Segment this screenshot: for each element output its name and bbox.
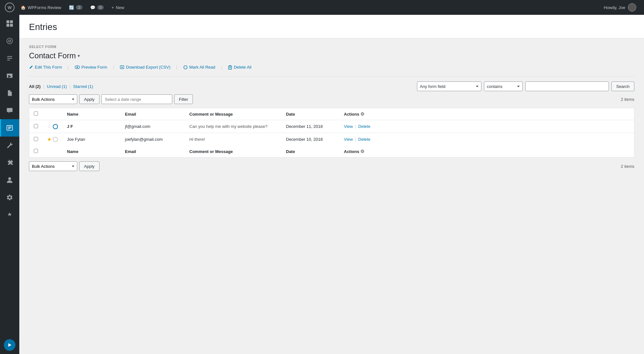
- comments-icon: 💬: [90, 5, 95, 10]
- tf-check: [29, 146, 43, 158]
- field-select[interactable]: Any form field: [417, 81, 481, 91]
- tab-all[interactable]: All (2): [29, 84, 41, 89]
- form-name[interactable]: Contact Form: [29, 51, 76, 60]
- tf-date[interactable]: Date: [281, 146, 339, 158]
- apply-button-top[interactable]: Apply: [79, 94, 99, 104]
- action-sep: |: [355, 124, 356, 129]
- date-range-input[interactable]: [101, 94, 172, 104]
- condition-select[interactable]: contains: [484, 81, 523, 91]
- sidebar-item-wpforms[interactable]: [0, 119, 19, 137]
- svg-rect-1: [10, 20, 13, 23]
- user-menu[interactable]: Howdy, Joe: [600, 0, 640, 15]
- svg-rect-17: [229, 66, 232, 69]
- preview-form-link[interactable]: Preview Form: [75, 65, 113, 70]
- sidebar-item-settings[interactable]: [0, 189, 19, 206]
- th-actions: Actions ⚙: [339, 108, 634, 120]
- tab-unread[interactable]: Unread (1): [47, 84, 67, 89]
- bulk-actions-select[interactable]: Bulk Actions: [29, 94, 77, 104]
- sidebar-item-tools[interactable]: [0, 137, 19, 154]
- sidebar-item-media[interactable]: [0, 67, 19, 84]
- sidebar-item-posts[interactable]: [0, 50, 19, 67]
- sidebar-item-appearance[interactable]: [0, 32, 19, 50]
- row-checkbox-cell: [29, 133, 43, 146]
- svg-rect-0: [6, 20, 9, 23]
- view-link[interactable]: View: [344, 137, 353, 142]
- export-link[interactable]: Download Export (CSV): [120, 65, 176, 70]
- select-all-checkbox[interactable]: [34, 111, 38, 116]
- wp-logo[interactable]: W: [4, 0, 15, 15]
- th-name: Name: [62, 108, 120, 120]
- tf-email: Email: [120, 146, 185, 158]
- tf-name: Name: [62, 146, 120, 158]
- row-name-cell: J F: [62, 120, 120, 133]
- th-date[interactable]: Date: [281, 108, 339, 120]
- row-star-read-cell: ☆: [43, 120, 62, 133]
- filter-button[interactable]: Filter: [174, 94, 193, 104]
- row-actions-cell: View | Delete: [339, 120, 634, 133]
- form-actions: Edit This Form | Preview Form | Download…: [29, 65, 634, 70]
- home-icon: 🏠: [21, 5, 26, 10]
- delete-all-link[interactable]: Delete All: [228, 65, 257, 70]
- action-sep: |: [355, 137, 356, 142]
- new-item[interactable]: + New: [108, 0, 128, 15]
- row-actions-cell: View | Delete: [339, 133, 634, 146]
- gear-icon-footer[interactable]: ⚙: [360, 149, 365, 154]
- content-area: SELECT FORM Contact Form ▾ Edit This For…: [19, 38, 644, 177]
- sidebar-item-users[interactable]: [0, 171, 19, 189]
- th-star-read: [43, 108, 62, 120]
- th-check: [29, 108, 43, 120]
- edit-form-link[interactable]: Edit This Form: [29, 65, 68, 70]
- row-checkbox[interactable]: [34, 137, 38, 141]
- sidebar-item-attr[interactable]: [0, 206, 19, 224]
- read-indicator[interactable]: [53, 137, 58, 142]
- svg-rect-3: [10, 24, 13, 27]
- delete-link[interactable]: Delete: [358, 137, 371, 142]
- sidebar-item-play[interactable]: [4, 339, 15, 351]
- form-selector: Contact Form ▾: [29, 51, 634, 60]
- delete-link[interactable]: Delete: [358, 124, 371, 129]
- bulk-actions-select-bottom[interactable]: Bulk Actions: [29, 161, 77, 171]
- row-message: Can you help me with my website please?: [189, 124, 268, 129]
- sep-3: |: [176, 65, 177, 70]
- row-date-cell: December 10, 2018: [281, 133, 339, 146]
- star-icon[interactable]: ★: [47, 136, 52, 142]
- apply-button-bottom[interactable]: Apply: [79, 161, 99, 171]
- row-checkbox[interactable]: [34, 124, 38, 128]
- sidebar-item-dashboard[interactable]: [0, 15, 19, 32]
- select-all-footer-checkbox[interactable]: [34, 149, 38, 153]
- read-indicator[interactable]: [53, 124, 58, 129]
- site-name[interactable]: 🏠 WPForms Review: [17, 0, 65, 15]
- row-date: December 10, 2018: [286, 137, 323, 142]
- search-button[interactable]: Search: [611, 81, 634, 91]
- star-icon[interactable]: ☆: [47, 123, 52, 129]
- search-input[interactable]: [525, 81, 609, 91]
- sidebar: [0, 15, 19, 354]
- sidebar-item-comments[interactable]: [0, 102, 19, 119]
- updates-icon: 🔄: [69, 5, 74, 10]
- main-content: Entries SELECT FORM Contact Form ▾ Edit …: [19, 15, 644, 354]
- sep-4: |: [221, 65, 222, 70]
- items-count-bottom: 2 items: [621, 164, 634, 169]
- svg-point-5: [9, 40, 11, 42]
- updates-item[interactable]: 🔄 2: [65, 0, 86, 15]
- tab-starred[interactable]: Starred (1): [73, 84, 93, 89]
- sidebar-item-plugins[interactable]: [0, 154, 19, 171]
- comments-item[interactable]: 💬 0: [86, 0, 108, 15]
- filter-tabs: All (2) | Unread (1) | Starred (1): [29, 84, 414, 89]
- star-read-container: ★: [47, 136, 58, 142]
- mark-read-link[interactable]: Mark All Read: [183, 65, 221, 70]
- admin-bar: W 🏠 WPForms Review 🔄 2 💬 0 + New Howdy, …: [0, 0, 644, 15]
- row-message-cell: Can you help me with my website please?: [185, 120, 281, 133]
- sidebar-item-pages[interactable]: [0, 84, 19, 102]
- th-message: Comment or Message: [185, 108, 281, 120]
- sep-1: |: [68, 65, 69, 70]
- table-row: ★ Joe Fylan joefylan@gmail.com Hi there!: [29, 133, 634, 146]
- items-count-top: 2 items: [621, 97, 634, 102]
- form-selector-arrow[interactable]: ▾: [78, 53, 80, 58]
- bottom-bar: Bulk Actions Apply 2 items: [29, 161, 634, 171]
- gear-icon-header[interactable]: ⚙: [360, 111, 365, 117]
- svg-point-4: [7, 38, 13, 44]
- row-checkbox-cell: [29, 120, 43, 133]
- row-name: J F: [67, 124, 73, 129]
- view-link[interactable]: View: [344, 124, 353, 129]
